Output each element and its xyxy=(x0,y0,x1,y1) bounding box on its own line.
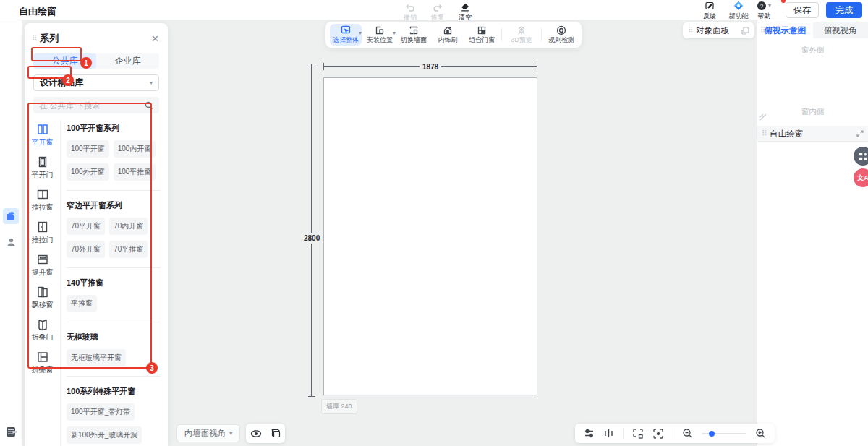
select-whole-button[interactable]: 选择整体 ▾ xyxy=(330,24,362,46)
lifting-window-icon xyxy=(36,253,49,266)
marquee-select-icon[interactable] xyxy=(632,428,644,439)
expand-arrows-icon[interactable] xyxy=(856,130,864,137)
category-folding-window[interactable]: 折叠窗 xyxy=(25,351,60,375)
series-item[interactable]: 100平开窗_带灯带 xyxy=(67,403,135,421)
category-rail: 平开窗 平开门 推拉窗 推拉门 提升窗 飘移窗 xyxy=(25,120,61,446)
grid-plus-icon xyxy=(859,152,868,161)
category-casement-door[interactable]: 平开门 xyxy=(25,155,60,180)
group-title: 100系列特殊平开窗 xyxy=(67,386,161,397)
tab-top-view[interactable]: 俯视视角 xyxy=(813,22,868,38)
preview-3d-button[interactable]: 3D预览 xyxy=(506,24,537,46)
drag-handle-icon[interactable]: ⠿ xyxy=(760,27,765,34)
chevron-down-icon: ▾ xyxy=(229,431,232,437)
series-item[interactable]: 100平开窗 xyxy=(67,140,109,158)
category-lifting-window[interactable]: 提升窗 xyxy=(25,253,60,278)
series-item[interactable]: 100平推窗 xyxy=(114,163,156,181)
layers-toggle-icon[interactable] xyxy=(584,428,595,439)
rail-catalog-button[interactable] xyxy=(3,424,19,439)
series-panel-title: 系列 xyxy=(40,32,151,45)
series-item[interactable]: 70平开窗 xyxy=(67,218,105,235)
feedback-label: 反馈 xyxy=(703,12,716,21)
resize-handle-icon[interactable] xyxy=(760,113,767,121)
view-mode-dropdown[interactable]: 内墙面视角 ▾ xyxy=(176,424,240,442)
canvas-controls-toolbar xyxy=(575,424,775,443)
series-group-list: 100平开窗系列 100平开窗 100内开窗 100外开窗 100平推窗 窄边平… xyxy=(61,120,168,446)
main-toolbar: 选择整体 ▾ 安装位置 ▾ 切换墙面 内饰刷 组合门窗 3D预览 规则检测 xyxy=(326,22,582,48)
help-button[interactable]: ? ▾ 帮助 xyxy=(757,0,778,21)
series-group: 窄边平开窗系列 70平开窗 70内开窗 70外开窗 70平推窗 xyxy=(67,190,161,258)
save-button[interactable]: 保存 xyxy=(786,2,819,18)
new-features-button[interactable]: 新功能 xyxy=(728,0,749,21)
annotation-step-1: 1 xyxy=(80,57,92,69)
clear-button[interactable]: 清空 xyxy=(454,1,476,22)
feedback-button[interactable]: 反馈 xyxy=(699,0,720,21)
series-item[interactable]: 平推窗 xyxy=(67,295,97,312)
search-icon[interactable] xyxy=(145,101,153,110)
distribute-columns-icon[interactable] xyxy=(603,428,614,439)
series-item[interactable]: 70外开窗 xyxy=(67,241,105,258)
category-sliding-door[interactable]: 推拉门 xyxy=(25,220,60,245)
rail-draw-tool-button[interactable] xyxy=(3,208,19,224)
category-folding-door[interactable]: 折叠门 xyxy=(25,318,60,343)
series-item[interactable]: 100内开窗 xyxy=(114,140,156,158)
series-item[interactable]: 新100外开_玻璃开洞 xyxy=(67,426,142,444)
cube-icon[interactable] xyxy=(271,428,281,439)
free-draw-section-title: 自由绘窗 xyxy=(770,129,856,140)
object-panel[interactable]: ⠿ 对象面板 xyxy=(683,22,754,38)
annotation-step-3: 3 xyxy=(146,362,158,374)
undo-button[interactable]: 撤销 xyxy=(399,1,421,22)
category-label: 平开窗 xyxy=(32,137,54,147)
drag-handle-icon[interactable]: ⠿ xyxy=(32,35,36,42)
window-frame-canvas[interactable] xyxy=(323,77,537,395)
tab-enterprise-library[interactable]: 企业库 xyxy=(96,53,159,69)
indoor-side-label: 窗内侧 xyxy=(757,107,868,117)
rail-account-button[interactable] xyxy=(3,234,19,250)
new-features-label: 新功能 xyxy=(729,12,749,21)
switch-wall-button[interactable]: 切换墙面 xyxy=(398,24,430,46)
chevron-down-icon: ▾ xyxy=(393,30,396,36)
eye-icon[interactable] xyxy=(250,428,262,439)
category-casement-window[interactable]: 平开窗 xyxy=(25,123,60,147)
finish-button[interactable]: 完成 xyxy=(826,2,862,18)
visibility-toolbar xyxy=(246,424,285,443)
series-item[interactable]: 无框玻璃平开窗 xyxy=(67,349,126,366)
preview-3d-label: 3D预览 xyxy=(511,35,532,45)
series-group: 无框玻璃 无框玻璃平开窗 xyxy=(67,322,161,366)
redo-button[interactable]: 恢复 xyxy=(427,1,448,22)
toolbar-divider xyxy=(673,428,673,439)
combined-doors-windows-button[interactable]: 组合门窗 xyxy=(466,24,498,46)
rule-check-button[interactable]: 规则检测 xyxy=(545,24,577,46)
zoom-slider-handle[interactable] xyxy=(709,431,715,437)
group-title: 无框玻璃 xyxy=(67,332,161,343)
translate-fab[interactable]: 文A xyxy=(854,168,868,187)
drag-handle-icon[interactable]: ⠿ xyxy=(762,130,766,137)
view-tabs: ⠿ 俯视示意图 俯视视角 xyxy=(757,22,868,38)
drag-handle-icon[interactable]: ⠿ xyxy=(688,27,692,34)
library-dropdown[interactable]: 设计精品库 ▾ xyxy=(33,74,159,91)
search-box xyxy=(33,97,159,113)
install-position-button[interactable]: 安装位置 ▾ xyxy=(364,24,396,46)
search-input[interactable] xyxy=(39,101,145,110)
dimension-height: 2800 xyxy=(311,64,312,397)
interior-brush-button[interactable]: 内饰刷 xyxy=(432,24,464,46)
zoom-slider[interactable] xyxy=(702,433,746,434)
undo-icon xyxy=(405,2,415,12)
series-item[interactable]: 70平推窗 xyxy=(109,241,148,258)
series-item[interactable]: 100外开窗 xyxy=(67,163,109,181)
tab-top-schematic[interactable]: 俯视示意图 xyxy=(757,22,813,38)
install-position-label: 安装位置 xyxy=(367,35,393,45)
widget-add-fab[interactable] xyxy=(854,147,868,166)
zoom-out-icon[interactable] xyxy=(682,428,693,439)
zoom-in-icon[interactable] xyxy=(755,428,766,439)
person-icon xyxy=(6,237,17,248)
category-sliding-window[interactable]: 推拉窗 xyxy=(25,188,60,213)
topbar-right: 反馈 新功能 ? ▾ 帮助 保存 完成 xyxy=(699,0,862,20)
focus-fit-icon[interactable] xyxy=(652,428,664,439)
expand-panel-icon[interactable] xyxy=(741,27,749,35)
library-tabs: 公共库 企业库 xyxy=(33,53,159,69)
rule-check-icon xyxy=(556,25,566,35)
series-item[interactable]: 70内开窗 xyxy=(109,218,148,235)
category-drift-window[interactable]: 飘移窗 xyxy=(25,286,60,310)
close-icon[interactable]: ✕ xyxy=(151,33,159,44)
folding-door-icon xyxy=(36,318,49,331)
